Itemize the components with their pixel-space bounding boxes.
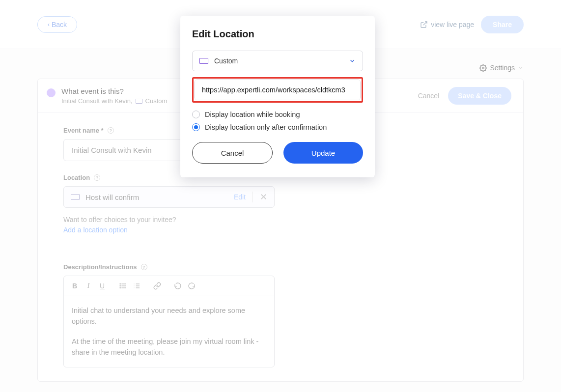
location-box: Host will confirm Edit ✕: [63, 186, 275, 208]
cancel-link[interactable]: Cancel: [418, 92, 440, 100]
radio-label: Display location while booking: [205, 111, 300, 118]
gear-icon: [479, 64, 487, 72]
desc-paragraph-2: At the time of the meeting, please join …: [72, 336, 266, 358]
close-icon[interactable]: ✕: [260, 193, 267, 201]
link-button[interactable]: [151, 280, 163, 292]
custom-location-icon: [136, 99, 142, 104]
redo-icon: [188, 282, 196, 290]
editor-toolbar: B I U: [64, 276, 274, 296]
rich-text-editor: B I U: [63, 276, 275, 367]
radio-icon: [192, 111, 200, 118]
info-icon[interactable]: ?: [108, 127, 114, 134]
modal-title: Edit Location: [192, 28, 363, 40]
numbered-list-icon: [133, 282, 140, 290]
update-label: Update: [311, 149, 335, 157]
bullet-list-icon: [119, 282, 127, 290]
editor-content[interactable]: Initial chat to understand your needs an…: [64, 296, 274, 367]
undo-icon: [174, 282, 182, 290]
save-close-label: Save & Close: [458, 92, 502, 100]
description-label: Description/Instructions ?: [63, 263, 498, 271]
svg-point-6: [120, 287, 120, 288]
svg-point-5: [120, 285, 120, 286]
custom-location-icon: [199, 58, 208, 64]
underline-button[interactable]: U: [96, 280, 108, 292]
add-location-link[interactable]: Add a location option: [63, 226, 128, 234]
svg-point-4: [120, 283, 120, 284]
info-icon[interactable]: ?: [94, 174, 100, 181]
share-button[interactable]: Share: [481, 16, 524, 33]
external-link-icon: [420, 21, 428, 28]
bullet-list-button[interactable]: [117, 280, 129, 292]
desc-paragraph-1: Initial chat to understand your needs an…: [72, 305, 266, 327]
edit-location-modal: Edit Location Custom Display location wh…: [180, 16, 375, 177]
back-button-label: Back: [52, 21, 67, 28]
chevron-down-icon: [349, 57, 356, 64]
card-title: What event is this?: [61, 87, 167, 95]
settings-link[interactable]: Settings: [479, 64, 524, 72]
back-button[interactable]: ‹ Back: [37, 16, 77, 33]
radio-icon-selected: [192, 123, 200, 131]
settings-label: Settings: [490, 64, 515, 72]
card-subtitle: Initial Consult with Kevin, Custom: [61, 97, 167, 105]
event-color-dot: [47, 88, 56, 97]
cancel-button[interactable]: Cancel: [192, 142, 273, 164]
link-icon: [153, 282, 161, 290]
svg-point-0: [482, 67, 484, 69]
chevron-left-icon: ‹: [48, 21, 50, 28]
edit-location-link[interactable]: Edit: [234, 193, 246, 201]
chevron-down-icon: [518, 65, 524, 71]
custom-location-icon: [71, 194, 80, 200]
modal-actions: Cancel Update: [192, 142, 363, 164]
undo-button[interactable]: [172, 280, 184, 292]
update-button[interactable]: Update: [283, 142, 363, 164]
redo-button[interactable]: [186, 280, 197, 292]
select-label: Custom: [214, 57, 238, 65]
visibility-radio-group: Display location while booking Display l…: [192, 111, 363, 131]
numbered-list-button[interactable]: [131, 280, 142, 292]
italic-button[interactable]: I: [83, 280, 94, 292]
info-icon[interactable]: ?: [141, 264, 147, 270]
divider: [252, 192, 253, 202]
share-button-label: Share: [493, 21, 512, 28]
location-hint: Want to offer choices to your invitee?: [63, 216, 498, 224]
view-live-page-label: view live page: [431, 21, 474, 28]
radio-while-booking[interactable]: Display location while booking: [192, 111, 363, 118]
save-close-button[interactable]: Save & Close: [448, 87, 511, 105]
view-live-page-link[interactable]: view live page: [420, 21, 474, 28]
location-text: Host will confirm: [85, 193, 139, 201]
url-input-highlight: [192, 77, 363, 103]
location-url-input[interactable]: [195, 80, 360, 100]
bold-button[interactable]: B: [69, 280, 81, 292]
radio-label: Display location only after confirmation: [205, 123, 327, 131]
location-type-select[interactable]: Custom: [192, 51, 363, 71]
cancel-label: Cancel: [221, 149, 244, 157]
radio-after-confirmation[interactable]: Display location only after confirmation: [192, 123, 363, 131]
